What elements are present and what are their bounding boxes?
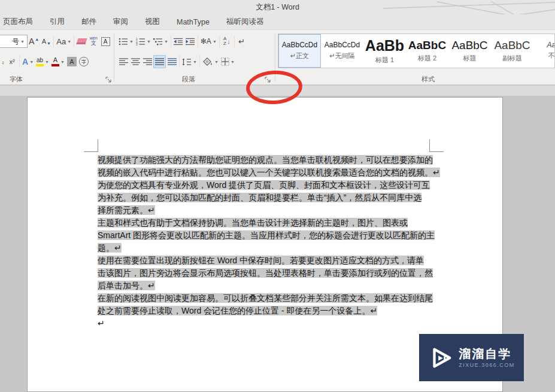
borders-button[interactable]: ▼ [220, 55, 236, 68]
borders-icon [221, 57, 229, 66]
line-spacing-button[interactable]: ▼ [181, 55, 198, 68]
text-effects-icon: A [22, 57, 28, 66]
style-sample: AaBb [365, 37, 404, 54]
change-case-button[interactable]: Aa ▼ [55, 35, 72, 48]
character-shading-icon: A [67, 57, 77, 66]
multilevel-list-button[interactable]: ▼ [152, 35, 169, 48]
text-line[interactable]: 主题和样式也有助于文档保持协调。当您单击设计并选择新的主题时，图片、图表或 [98, 217, 434, 229]
grow-font-button[interactable]: A ▲ [28, 35, 40, 48]
style-heading2[interactable]: AaBbC 标题 2 [406, 34, 448, 68]
style-title[interactable]: AaBbC 标题 [448, 34, 491, 68]
style-subtle-emphasis[interactable]: AaBI 不明 [533, 34, 555, 68]
selected-text: 为补充。例如，您可以添加匹配的封面、页眉和提要栏。单击“插入”，然后从不同库中选 [98, 193, 421, 202]
text-line[interactable]: SmartArt 图形将会更改以匹配新的主题。当应用样式时，您的标题会进行更改以… [98, 229, 434, 242]
font-dialog-launcher[interactable] [105, 77, 112, 83]
text-line[interactable]: 后单击加号。↵ [98, 279, 434, 292]
character-border-button[interactable]: A [99, 35, 111, 48]
tab-mathtype[interactable]: MathType [177, 18, 210, 26]
bullets-button[interactable]: ▼ [117, 35, 135, 48]
text-line[interactable]: 为使您的文档具有专业外观，Word 提供了页眉、页脚、封面和文本框设计，这些设计… [98, 179, 434, 192]
paragraph-group-label: 段落 [182, 75, 195, 84]
sort-arrow-icon: ↓ [227, 38, 231, 45]
separator [234, 35, 235, 47]
distribute-button[interactable] [166, 55, 178, 68]
up-caret-icon: ▲ [35, 37, 39, 41]
chevron-down-icon: ▼ [147, 39, 151, 44]
selected-text: 视频提供了功能强大的方法帮助您证明您的观点。当您单击联机视频时，可以在想要添加的 [98, 155, 433, 165]
tab-view[interactable]: 视图 [145, 17, 160, 27]
tab-foxit-reader[interactable]: 福昕阅读器 [226, 17, 264, 27]
align-center-icon [131, 58, 140, 65]
tab-references[interactable]: 引用 [50, 17, 65, 27]
text-highlight-button[interactable]: ab ▼ [35, 55, 50, 68]
font-color-button[interactable]: A ▼ [50, 55, 66, 68]
selected-text: 主题和样式也有助于文档保持协调。当您单击设计并选择新的主题时，图片、图表或 [98, 218, 408, 227]
shrink-font-button[interactable]: A ▼ [40, 35, 52, 48]
text-line[interactable]: 使用在需要位置出现的新按钮在 Word 中保存时间。若要更改图片适应文档的方式，… [98, 254, 434, 267]
separator [199, 56, 200, 68]
selected-text: 题。↵ [98, 243, 122, 253]
eraser-icon [76, 38, 87, 44]
increase-indent-button[interactable] [184, 35, 196, 48]
phonetic-guide-icon: wén 文 [90, 36, 98, 47]
tab-mailings[interactable]: 邮件 [81, 17, 96, 27]
text-line[interactable]: ↵ [98, 317, 434, 330]
align-left-button[interactable] [117, 55, 129, 68]
clear-formatting-button[interactable] [75, 35, 87, 48]
phonetic-guide-button[interactable]: wén 文 [87, 35, 99, 48]
style-sample: AaBbCcDd [282, 41, 317, 50]
style-name: ↵无间隔 [329, 51, 354, 60]
distribute-icon [168, 58, 177, 65]
document-text[interactable]: 视频提供了功能强大的方法帮助您证明您的观点。当您单击联机视频时，可以在想要添加的… [98, 154, 434, 330]
align-right-button[interactable] [141, 55, 153, 68]
style-no-spacing[interactable]: AaBbCcDd ↵无间隔 [321, 34, 363, 68]
show-marks-button[interactable]: ↵ [236, 35, 248, 48]
selected-text: 为使您的文档具有专业外观，Word 提供了页眉、页脚、封面和文本框设计，这些设计… [98, 180, 430, 190]
separator [53, 35, 54, 47]
asian-layout-icon: ✻A [201, 37, 211, 45]
align-center-button[interactable] [129, 55, 141, 68]
style-sample: AaBbCcDd [324, 41, 360, 50]
enclose-characters-icon: 字 [79, 57, 89, 66]
asian-layout-button[interactable]: ✻A ▼ [199, 35, 218, 48]
styles-gallery: AaBbCcDd ↵正文 AaBbCcDd ↵无间隔 AaBb 标题 1 AaB… [278, 34, 555, 68]
font-group-row2: ₂ x² A ▼ ab ▼ A ▼ [0, 55, 90, 68]
superscript-button[interactable]: x² [6, 55, 18, 68]
subscript-button[interactable]: ₂ [0, 55, 6, 68]
shading-letter: A [69, 58, 74, 65]
font-group-row1: 号 ▼ A ▲ A ▼ Aa ▼ wén 文 [0, 35, 111, 48]
text-line[interactable]: 视频提供了功能强大的方法帮助您证明您的观点。当您单击联机视频时，可以在想要添加的 [98, 154, 434, 166]
text-line[interactable]: 为补充。例如，您可以添加匹配的封面、页眉和提要栏。单击“插入”，然后从不同库中选 [98, 192, 434, 204]
font-size-combo[interactable]: 号 ▼ [0, 35, 28, 48]
character-shading-button[interactable]: A [66, 55, 78, 68]
play-logo-icon [428, 345, 453, 370]
watermark: 溜溜自学 ZIXUE.3066.COM [419, 334, 524, 381]
justify-button[interactable] [153, 55, 166, 68]
crop-mark-top-left-v [98, 139, 98, 151]
text-line[interactable]: 处之前需要停止读取，Word 会记住您的停止位置 - 即使在另一个设备上。↵ [98, 305, 434, 317]
text-line[interactable]: 击该图片，图片旁边将会显示布局选项按钮。当处理表格时，单击要添加行或列的位置，然 [98, 267, 434, 279]
tab-review[interactable]: 审阅 [113, 17, 128, 27]
decrease-indent-button[interactable] [172, 35, 184, 48]
align-right-icon [143, 58, 152, 65]
text-line[interactable]: 题。↵ [98, 242, 434, 254]
selected-text: SmartArt 图形将会更改以匹配新的主题。当应用样式时，您的标题会进行更改以… [98, 230, 435, 240]
text-line[interactable]: 择所需元素。↵ [98, 204, 434, 217]
shading-button[interactable]: ▼ [201, 55, 220, 68]
numbering-button[interactable]: 123 ▼ [135, 35, 152, 48]
text-line[interactable]: 视频的嵌入代码中进行粘贴。您也可以键入一个关键字以联机搜索最适合您的文档的视频。… [98, 166, 434, 179]
sort-button[interactable]: A Z ↓ [221, 35, 233, 48]
character-border-letter: A [104, 38, 108, 45]
style-normal[interactable]: AaBbCcDd ↵正文 [278, 34, 321, 68]
sort-icon: A Z [223, 37, 226, 46]
text-line[interactable]: 在新的阅读视图中阅读更加容易。可以折叠文档某些部分并关注所需文本。如果在达到结尾 [98, 292, 434, 305]
line-spacing-icon [182, 58, 192, 66]
enclose-characters-button[interactable]: 字 [78, 55, 90, 68]
chevron-down-icon: ▼ [29, 60, 34, 64]
text-effects-button[interactable]: A ▼ [21, 55, 35, 68]
tab-page-layout[interactable]: 页面布局 [3, 17, 33, 27]
style-heading1[interactable]: AaBb 标题 1 [363, 34, 406, 68]
character-border-icon: A [101, 37, 110, 46]
style-subtitle[interactable]: AaBbC 副标题 [491, 34, 533, 68]
font-color-icon: A [51, 57, 59, 66]
